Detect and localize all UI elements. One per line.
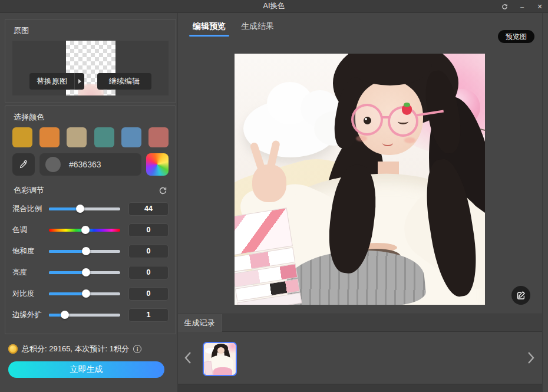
color-wheel-button[interactable] [146, 153, 169, 176]
close-icon[interactable]: ✕ [535, 2, 544, 11]
slider-row-hue: 色调 0 [12, 219, 169, 241]
next-icon[interactable] [527, 351, 535, 364]
reset-icon[interactable] [159, 186, 167, 195]
color-adjust-label: 色彩调节 [14, 185, 44, 196]
generate-button[interactable]: 立即生成 [8, 361, 164, 378]
color-adjust-header: 色彩调节 [5, 176, 176, 196]
slider-label: 亮度 [12, 268, 49, 278]
color-picker-row: #636363 [12, 153, 169, 176]
history-thumbnail[interactable] [203, 342, 237, 376]
color-swatch-blue[interactable] [121, 127, 141, 147]
slider-label: 边缘外扩 [12, 310, 49, 320]
points-row: 总积分: 29165, 本次预计: 1积分 i [8, 344, 173, 354]
slider-track[interactable] [49, 229, 120, 232]
color-swatch-yellow[interactable] [12, 127, 32, 147]
slider-value-box[interactable]: 0 [128, 223, 169, 237]
history-bar: 生成记录 [178, 314, 542, 332]
photo-strawberry-deco [402, 105, 412, 115]
slider-list: 混合比例 44 色调 0 饱和度 0 亮度 0 对比度 [12, 198, 169, 325]
minimize-icon[interactable]: – [517, 2, 527, 11]
prev-icon[interactable] [184, 351, 192, 364]
color-swatch-row [12, 127, 169, 147]
preview-image-button[interactable]: 预览图 [498, 30, 534, 43]
slider-row-contrast: 对比度 0 [12, 283, 169, 304]
points-text: 总积分: 29165, 本次预计: 1积分 [22, 344, 129, 354]
replace-original-button[interactable]: 替换原图 [29, 73, 84, 90]
continue-edit-label: 继续编辑 [109, 76, 140, 87]
slider-value-box[interactable]: 44 [128, 202, 169, 216]
continue-edit-button[interactable]: 继续编辑 [97, 73, 151, 90]
color-swatch-teal[interactable] [94, 127, 114, 147]
slider-thumb[interactable] [81, 226, 90, 234]
slider-track[interactable] [49, 250, 120, 253]
left-panel: 原图 替换原图 继续编辑 选择颜色 [5, 19, 176, 378]
history-carousel [178, 332, 542, 384]
slider-track[interactable] [49, 207, 120, 210]
hex-color-input[interactable]: #636363 [39, 153, 141, 176]
slider-row-brightness: 亮度 0 [12, 262, 169, 283]
edit-icon [516, 291, 526, 300]
history-bar-spacer [222, 314, 542, 332]
edit-image-button[interactable] [511, 286, 530, 305]
color-section: 选择颜色 #636363 色彩调节 [5, 106, 176, 334]
slider-row-edge-expand: 边缘外扩 1 [12, 304, 169, 325]
slider-label: 色调 [12, 225, 49, 235]
preview-tabs: 编辑预览 生成结果 预览图 [178, 13, 542, 40]
slider-track[interactable] [49, 314, 120, 317]
hex-color-value: #636363 [69, 160, 101, 169]
slider-value-box[interactable]: 1 [128, 308, 169, 322]
slider-label: 对比度 [12, 289, 49, 299]
title-bar: AI换色 – ✕ [0, 0, 548, 13]
original-image-label: 原图 [5, 19, 176, 41]
window-title: AI换色 [263, 1, 285, 11]
window-controls: – ✕ [500, 0, 544, 13]
slider-thumb[interactable] [82, 289, 90, 298]
slider-thumb[interactable] [82, 268, 90, 276]
slider-thumb[interactable] [82, 247, 90, 255]
slider-row-mix: 混合比例 44 [12, 198, 169, 219]
slider-thumb[interactable] [76, 205, 84, 213]
tab-generate-result[interactable]: 生成结果 [237, 13, 278, 40]
info-icon[interactable]: i [133, 345, 141, 353]
color-swatch-tan[interactable] [67, 127, 87, 147]
color-swatch-red[interactable] [148, 127, 169, 147]
current-color-circle [45, 157, 61, 172]
preview-image [235, 54, 485, 305]
eyedropper-button[interactable] [12, 153, 35, 176]
slider-thumb[interactable] [61, 311, 69, 319]
tab-generation-history[interactable]: 生成记录 [178, 314, 222, 332]
refresh-icon[interactable] [500, 2, 509, 11]
original-image-preview: 替换原图 继续编辑 [12, 41, 169, 95]
slider-value-box[interactable]: 0 [128, 266, 169, 279]
tab-edit-preview[interactable]: 编辑预览 [189, 13, 229, 40]
color-swatch-orange[interactable] [39, 127, 60, 147]
slider-label: 混合比例 [12, 204, 49, 214]
slider-label: 饱和度 [12, 246, 49, 256]
slider-value-box[interactable]: 0 [128, 245, 169, 258]
slider-track[interactable] [49, 271, 120, 274]
slider-row-saturation: 饱和度 0 [12, 241, 169, 262]
slider-track[interactable] [49, 292, 120, 295]
replace-original-label: 替换原图 [29, 76, 74, 87]
eyedropper-icon [18, 159, 29, 170]
right-panel: 编辑预览 生成结果 预览图 [177, 13, 543, 392]
coin-icon [8, 344, 18, 354]
bottom-strip [178, 384, 542, 392]
replace-dropdown-arrow-icon[interactable] [75, 73, 84, 90]
original-image-section: 原图 替换原图 继续编辑 [5, 19, 176, 103]
select-color-label: 选择颜色 [5, 106, 176, 127]
slider-value-box[interactable]: 0 [128, 287, 169, 301]
